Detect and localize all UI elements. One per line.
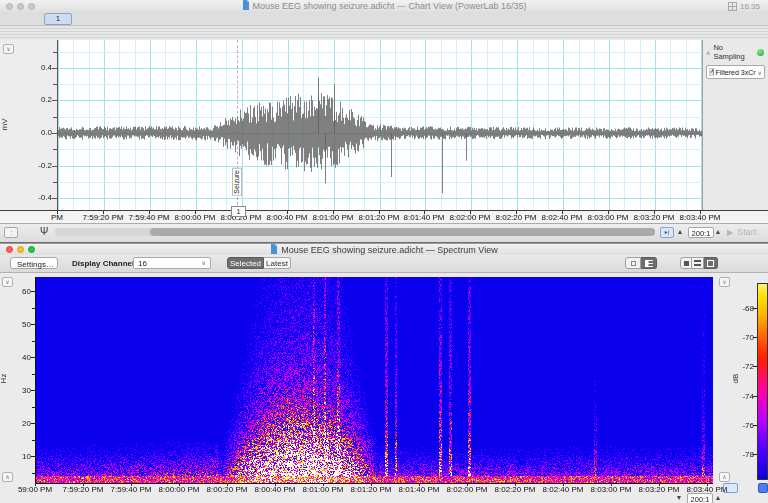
time-axis-tick-label: 8:02:00 PM bbox=[450, 213, 491, 222]
comment-marker-number[interactable]: 1 bbox=[231, 206, 246, 217]
y-axis-tick-label: 0.4 bbox=[0, 63, 52, 72]
time-scrollbar-track[interactable] bbox=[55, 228, 655, 236]
frequency-axis-top-button[interactable]: ∨ bbox=[2, 277, 13, 287]
time-scrollbar-thumb[interactable] bbox=[150, 228, 655, 236]
minimize-button-icon[interactable] bbox=[17, 3, 24, 10]
latest-mode-button[interactable]: Latest bbox=[264, 257, 291, 269]
time-axis-tick-label: 8:00:40 PM bbox=[255, 485, 296, 494]
y-axis-tick bbox=[53, 149, 57, 150]
frequency-axis-unit-label: Hz bbox=[0, 374, 8, 384]
time-axis-tick-label: 8:01:00 PM bbox=[313, 213, 354, 222]
compression-decrease-button[interactable]: ▾ bbox=[677, 493, 681, 502]
time-axis-tick-label: 7:59:20 PM bbox=[83, 213, 124, 222]
zoom-button-icon[interactable] bbox=[28, 246, 35, 253]
y-axis-tick bbox=[53, 52, 57, 53]
seizure-comment-marker[interactable]: Seizure 1 bbox=[237, 40, 238, 210]
power-axis-tick bbox=[753, 454, 757, 455]
y-axis-tick bbox=[52, 166, 57, 167]
channel-header-strip bbox=[0, 26, 768, 41]
time-axis-tick-label: 8:01:20 PM bbox=[351, 485, 392, 494]
large-plot-icon bbox=[707, 260, 714, 267]
medium-plot-icon bbox=[694, 260, 701, 266]
time-axis-tick-label: 8:03:40 PM bbox=[687, 485, 728, 494]
power-axis-tick bbox=[753, 425, 757, 426]
large-plot-button[interactable] bbox=[704, 257, 718, 269]
time-axis-tick-label: 8:03:20 PM bbox=[639, 485, 680, 494]
spectrum-window-title-text: Mouse EEG showing seizure.adicht — Spect… bbox=[281, 245, 497, 255]
comment-marker-label: Seizure bbox=[232, 168, 242, 196]
compression-decrease-button[interactable]: ▴ bbox=[678, 227, 682, 236]
y-axis-menu-button[interactable]: ∨ bbox=[3, 44, 14, 54]
power-tick-label: -72 bbox=[733, 362, 754, 371]
channel-function-select[interactable]: Filtered 3xCr ∨ bbox=[706, 65, 765, 79]
comment-tool-icon[interactable]: Ψ bbox=[40, 226, 48, 237]
start-button-label: Start bbox=[737, 227, 756, 237]
frequency-axis-tick bbox=[31, 390, 35, 391]
chart-view-window: Mouse EEG showing seizure.adicht — Chart… bbox=[0, 0, 768, 242]
sampling-status-row[interactable]: ∧ No Sampling bbox=[703, 40, 768, 61]
frequency-axis-tick bbox=[31, 456, 35, 457]
frequency-axis-minor-tick bbox=[32, 308, 35, 309]
y-axis-tick bbox=[53, 84, 57, 85]
time-axis-tick-label: 8:01:40 PM bbox=[399, 485, 440, 494]
view-split-segmented-control bbox=[625, 257, 657, 269]
time-axis-tick-label: 8:02:20 PM bbox=[495, 485, 536, 494]
scroll-left-button[interactable]: ∶ bbox=[4, 227, 18, 238]
time-axis-tick-label: 8:03:20 PM bbox=[634, 213, 675, 222]
eeg-waveform-canvas bbox=[58, 40, 702, 210]
frequency-axis-tick bbox=[31, 357, 35, 358]
display-channels-select[interactable]: ∨ 16 bbox=[133, 257, 211, 269]
medium-plot-button[interactable] bbox=[692, 257, 704, 269]
power-axis-tick bbox=[753, 366, 757, 367]
eeg-plot-area[interactable]: Seizure 1 bbox=[57, 40, 702, 210]
time-axis-tick-label: 8:02:00 PM bbox=[447, 485, 488, 494]
spectrogram-canvas[interactable] bbox=[35, 277, 713, 484]
frequency-tick-label: 10 bbox=[0, 452, 31, 461]
zoom-button-icon[interactable] bbox=[28, 3, 35, 10]
close-button-icon[interactable] bbox=[6, 246, 13, 253]
power-tick-label: -78 bbox=[733, 450, 754, 459]
frequency-axis-minor-tick bbox=[32, 407, 35, 408]
frequency-axis-minor-tick bbox=[32, 341, 35, 342]
settings-button[interactable]: Settings… bbox=[10, 257, 58, 269]
chart-window-title-text: Mouse EEG showing seizure.adicht — Chart… bbox=[253, 1, 527, 11]
channel-filter-label: Filtered 3xCr bbox=[716, 69, 756, 76]
minimize-button-icon[interactable] bbox=[17, 246, 24, 253]
scroll-end-button[interactable] bbox=[758, 483, 768, 493]
y-axis-tick bbox=[52, 198, 57, 199]
small-plot-button[interactable] bbox=[680, 257, 692, 269]
y-axis-tick bbox=[53, 117, 57, 118]
frequency-axis-minor-tick bbox=[32, 473, 35, 474]
power-tick-label: -76 bbox=[733, 421, 754, 430]
block-tab-1[interactable]: 1 bbox=[44, 13, 72, 25]
small-plot-icon bbox=[684, 261, 689, 266]
y-axis-tick bbox=[52, 100, 57, 101]
y-axis-tick bbox=[52, 68, 57, 69]
sampling-panel: ∧ No Sampling Filtered 3xCr ∨ bbox=[702, 40, 768, 210]
colorbar-top-button[interactable]: ∨ bbox=[719, 277, 730, 287]
compression-ratio-box[interactable]: 200:1 bbox=[688, 227, 714, 238]
chart-scrollbar-row: ∶ Ψ ▸| ▴ 200:1 ▴ ▶ Start bbox=[0, 223, 768, 242]
frequency-axis-bottom-button[interactable]: ∧ bbox=[2, 472, 13, 482]
frequency-tick-label: 30 bbox=[0, 386, 31, 395]
display-channels-label: Display Channels: bbox=[72, 259, 141, 268]
spectrogram-colorbar bbox=[757, 283, 768, 480]
document-icon bbox=[242, 0, 250, 10]
y-axis-tick bbox=[53, 182, 57, 183]
y-axis-tick-label: 0.2 bbox=[0, 95, 52, 104]
no-sampling-label: No Sampling bbox=[713, 43, 754, 61]
time-axis-tick-label: 7:59:40 PM bbox=[129, 213, 170, 222]
compression-increase-button[interactable]: ▴ bbox=[716, 227, 720, 236]
grid-pane-view-button[interactable] bbox=[641, 257, 657, 269]
compression-increase-button[interactable]: ▴ bbox=[716, 493, 720, 502]
scroll-to-end-button[interactable]: ▸| bbox=[660, 227, 674, 238]
time-axis-tick-label: 7:59:40 PM bbox=[111, 485, 152, 494]
start-sampling-control[interactable]: ▶ Start bbox=[727, 227, 756, 237]
selected-mode-button[interactable]: Selected bbox=[227, 257, 264, 269]
close-button-icon[interactable] bbox=[6, 3, 13, 10]
compression-ratio-box[interactable]: 200:1 bbox=[687, 493, 713, 503]
single-pane-view-button[interactable] bbox=[625, 257, 641, 269]
time-axis-tick-label: 7:59:20 PM bbox=[63, 485, 104, 494]
screen: Mouse EEG showing seizure.adicht — Chart… bbox=[0, 0, 768, 503]
colorbar-bottom-button[interactable]: ∧ bbox=[719, 472, 730, 482]
